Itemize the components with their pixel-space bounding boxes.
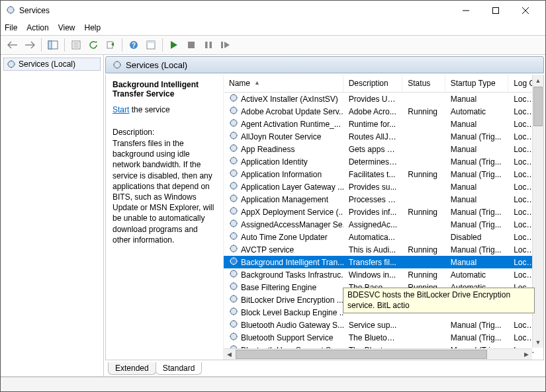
service-name: Application Identity (241, 157, 308, 167)
service-name: Agent Activation Runtime_... (241, 120, 341, 129)
service-row[interactable]: Agent Activation Runtime_...Runtime for.… (224, 118, 543, 130)
svg-rect-18 (210, 42, 212, 48)
cell-name: ActiveX Installer (AxInstSV) (224, 93, 343, 104)
menu-file[interactable]: File (5, 23, 17, 32)
back-button[interactable] (5, 37, 21, 53)
cell-name: Application Information (224, 169, 343, 180)
scroll-down-icon[interactable]: ▼ (533, 336, 543, 348)
svg-rect-15 (147, 41, 155, 43)
cell-description: Adobe Acro... (343, 107, 403, 116)
horizontal-scrollbar[interactable]: ◀ ▶ (224, 348, 532, 360)
cell-description: Determines ... (343, 157, 403, 167)
col-header-startup[interactable]: Startup Type (445, 75, 508, 92)
service-name: Auto Time Zone Updater (241, 233, 328, 242)
service-row[interactable]: Background Tasks Infrastruc...Windows in… (224, 268, 543, 281)
service-name: Application Information (241, 170, 322, 179)
view-tabs: Extended Standard (105, 360, 544, 375)
service-name: AVCTP service (241, 245, 294, 255)
help-button[interactable]: ? (126, 37, 142, 53)
cell-startup: Manual (Trig... (445, 208, 508, 217)
tree-node-services-local[interactable]: Services (Local) (3, 58, 101, 71)
properties-button[interactable] (68, 37, 84, 53)
tree-node-label: Services (Local) (19, 59, 75, 69)
minimize-button[interactable] (451, 1, 480, 20)
cell-status: Running (402, 270, 445, 280)
service-icon (229, 319, 238, 331)
service-name: Bluetooth Audio Gateway S... (241, 321, 343, 330)
cell-description: Provides Us... (343, 95, 403, 104)
cell-description: Transfers fil... (343, 258, 403, 267)
service-row[interactable]: Bluetooth Audio Gateway S...Service sup.… (224, 319, 543, 331)
scroll-thumb-v[interactable] (533, 87, 543, 126)
service-row[interactable]: Auto Time Zone UpdaterAutomatica...Disab… (224, 231, 543, 243)
service-icon (229, 206, 238, 217)
service-name: Bluetooth Support Service (241, 333, 333, 342)
svg-rect-16 (188, 42, 195, 48)
col-header-status[interactable]: Status (402, 75, 445, 92)
restart-service-button[interactable] (218, 37, 234, 53)
service-row[interactable]: ActiveX Installer (AxInstSV)Provides Us.… (224, 93, 543, 105)
service-row[interactable]: AllJoyn Router ServiceRoutes AllJo...Man… (224, 130, 543, 143)
tab-standard[interactable]: Standard (156, 362, 203, 375)
cell-startup: Disabled (445, 233, 508, 242)
scroll-right-icon[interactable]: ▶ (521, 349, 532, 360)
scroll-up-icon[interactable]: ▲ (533, 75, 543, 86)
service-row[interactable]: Adobe Acrobat Update Serv...Adobe Acro..… (224, 105, 543, 118)
export-button[interactable] (103, 37, 118, 53)
scroll-thumb-h[interactable] (236, 350, 487, 359)
cell-description: Runtime for... (343, 120, 403, 129)
refresh-button[interactable] (85, 37, 101, 53)
service-row[interactable]: Application InformationFacilitates t...R… (224, 168, 543, 180)
service-row[interactable]: AppX Deployment Service (...Provides inf… (224, 206, 543, 218)
cell-name: AppX Deployment Service (... (224, 206, 343, 217)
properties-sheet-button[interactable] (143, 37, 159, 53)
cell-name: App Readiness (224, 143, 343, 155)
service-icon (229, 194, 238, 205)
cell-status: Running (402, 245, 445, 255)
menu-help[interactable]: Help (85, 23, 101, 32)
service-row[interactable]: Background Intelligent Tran...Transfers … (224, 256, 543, 268)
service-row[interactable]: Bluetooth Support ServiceThe Bluetoo...M… (224, 331, 543, 344)
maximize-button[interactable] (480, 1, 510, 20)
service-name: BitLocker Drive Encryption ... (241, 295, 343, 305)
service-name: Background Tasks Infrastruc... (241, 270, 343, 280)
service-name: Application Management (241, 195, 328, 204)
selected-service-title: Background Intelligent Transfer Service (113, 80, 216, 98)
service-row[interactable]: AVCTP serviceThis is Audi...RunningManua… (224, 243, 543, 256)
pause-service-button[interactable] (201, 37, 216, 53)
service-row[interactable]: Application Layer Gateway ...Provides su… (224, 180, 543, 193)
cell-startup: Manual (445, 95, 508, 104)
stop-service-button[interactable] (183, 37, 199, 53)
cell-name: AVCTP service (224, 244, 343, 255)
cell-description: AssignedAc... (343, 220, 403, 229)
service-name: Adobe Acrobat Update Serv... (241, 107, 343, 116)
service-name: Base Filtering Engine (241, 283, 316, 292)
svg-rect-19 (221, 42, 223, 48)
tooltip: BDESVC hosts the BitLocker Drive Encrypt… (343, 288, 535, 313)
col-header-description[interactable]: Description (343, 75, 403, 92)
service-icon (229, 294, 238, 305)
start-service-button[interactable] (166, 37, 182, 53)
start-service-link[interactable]: Start (113, 105, 129, 114)
cell-name: AssignedAccessManager Se... (224, 219, 343, 230)
tab-extended[interactable]: Extended (108, 362, 156, 375)
col-header-name[interactable]: Name▲ (224, 75, 343, 92)
service-row[interactable]: AssignedAccessManager Se...AssignedAc...… (224, 218, 543, 231)
cell-startup: Manual (445, 145, 508, 154)
svg-rect-11 (107, 42, 113, 48)
forward-button[interactable] (22, 37, 38, 53)
menu-view[interactable]: View (58, 23, 75, 32)
service-row[interactable]: Application ManagementProcesses in...Man… (224, 193, 543, 206)
close-button[interactable] (510, 1, 540, 20)
cell-name: Application Layer Gateway ... (224, 181, 343, 192)
menu-action[interactable]: Action (26, 23, 48, 32)
service-name: Block Level Backup Engine ... (241, 308, 343, 317)
status-bar (1, 377, 545, 391)
show-hide-tree-button[interactable] (45, 37, 61, 53)
cell-startup: Manual (Trig... (445, 157, 508, 167)
cell-startup: Automatic (445, 107, 508, 116)
service-row[interactable]: Application IdentityDetermines ...Manual… (224, 155, 543, 168)
scroll-left-icon[interactable]: ◀ (224, 349, 235, 360)
pane-header-label: Services (Local) (126, 60, 187, 70)
service-row[interactable]: App ReadinessGets apps re...ManualLocal … (224, 143, 543, 155)
